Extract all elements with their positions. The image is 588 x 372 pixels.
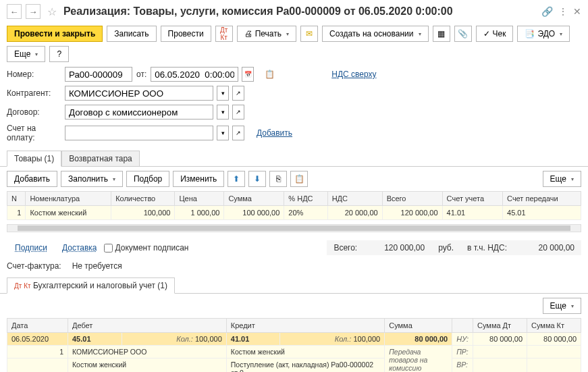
link-icon[interactable]: 🔗	[541, 6, 553, 17]
mode-icon[interactable]: 📋	[265, 70, 275, 79]
calendar-button[interactable]: 📅	[242, 67, 254, 82]
acol-credit[interactable]: Кредит	[226, 319, 384, 333]
print-button[interactable]: 🖨 Печать	[237, 26, 296, 42]
tab-tare[interactable]: Возвратная тара	[61, 151, 140, 167]
col-transfer[interactable]: Счет передачи	[503, 192, 581, 206]
account-dropdown[interactable]: ▾	[217, 126, 229, 140]
dtkt-icon: Дт Кт	[14, 282, 31, 290]
col-quantity[interactable]: Количество	[111, 192, 175, 206]
col-total[interactable]: Всего	[382, 192, 442, 206]
move-down-button[interactable]: ⬇	[248, 171, 266, 187]
col-nomenclature[interactable]: Номенклатура	[26, 192, 111, 206]
email-button[interactable]: ✉	[300, 26, 318, 42]
acol-sumdt[interactable]: Сумма Дт	[473, 319, 527, 333]
dtkt-button[interactable]: ДтКт	[215, 26, 233, 42]
more-button[interactable]: Еще	[7, 46, 45, 62]
contract-dropdown[interactable]: ▾	[217, 105, 229, 119]
acct-more-button[interactable]: Еще	[543, 298, 581, 314]
page-title: Реализация: Товары, услуги, комиссия Ра0…	[63, 5, 537, 18]
contract-open[interactable]: ↗	[232, 105, 244, 119]
copy-button[interactable]: ⎘	[269, 171, 287, 187]
create-based-button[interactable]: Создать на основании	[322, 26, 429, 42]
edo-button[interactable]: 📑 ЭДО	[517, 26, 570, 42]
add-link[interactable]: Добавить	[257, 128, 292, 138]
number-input[interactable]	[65, 67, 132, 82]
col-vat[interactable]: НДС	[327, 192, 382, 206]
row-select-button[interactable]: Подбор	[126, 171, 169, 187]
close-icon[interactable]: ✕	[573, 6, 581, 17]
delivery-link[interactable]: Доставка	[62, 243, 97, 253]
totals-box: Всего: 120 000,00 руб. в т.ч. НДС: 20 00…	[327, 240, 581, 255]
attach-button[interactable]: 📎	[454, 26, 472, 42]
invoice-value: Не требуется	[72, 261, 122, 271]
doc-signed-checkbox[interactable]: Документ подписан	[104, 243, 189, 253]
paste-button[interactable]: 📋	[290, 171, 308, 187]
write-button[interactable]: Записать	[107, 26, 156, 42]
tab-goods[interactable]: Товары (1)	[7, 151, 61, 167]
register-button[interactable]: ▦	[433, 26, 450, 42]
acol-sumkt[interactable]: Сумма Кт	[527, 319, 581, 333]
counterparty-label: Контрагент:	[7, 88, 61, 98]
back-button[interactable]: ←	[7, 4, 22, 19]
table-row[interactable]: 1 Костюм женский 100,000 1 000,00 100 00…	[7, 206, 581, 220]
row-fill-button[interactable]: Заполнить	[61, 171, 123, 187]
number-label: Номер:	[7, 70, 61, 79]
tab-accounting[interactable]: Дт Кт Бухгалтерский и налоговый учет (1)	[7, 277, 175, 294]
col-sum[interactable]: Сумма	[224, 192, 284, 206]
row-add-button[interactable]: Добавить	[7, 171, 57, 187]
accounting-table: Дата Дебет Кредит Сумма Сумма Дт Сумма К…	[7, 318, 581, 372]
counterparty-input[interactable]	[65, 86, 213, 101]
account-label: Счет на оплату:	[7, 124, 61, 142]
horizontal-scrollbar[interactable]	[7, 224, 581, 232]
row-more-button[interactable]: Еще	[543, 171, 581, 187]
check-button[interactable]: ✓ Чек	[476, 26, 514, 42]
from-label: от:	[136, 70, 146, 79]
acct-row[interactable]: 06.05.2020 45.01 Кол.: 100,000 41.01 Кол…	[7, 333, 581, 346]
forward-button[interactable]: →	[26, 4, 41, 19]
more-icon[interactable]: ⋮	[558, 6, 568, 17]
move-up-button[interactable]: ⬆	[228, 171, 245, 187]
col-n[interactable]: N	[7, 192, 26, 206]
contract-label: Договор:	[7, 107, 61, 117]
date-input[interactable]	[151, 67, 238, 82]
account-open[interactable]: ↗	[232, 126, 244, 140]
col-account[interactable]: Счет учета	[442, 192, 502, 206]
counterparty-dropdown[interactable]: ▾	[217, 86, 229, 101]
account-input[interactable]	[65, 126, 213, 140]
col-vatrate[interactable]: % НДС	[284, 192, 327, 206]
acct-subrow: 1 КОМИССИОНЕР ООО Костюм женский Передач…	[7, 346, 581, 358]
vat-link[interactable]: НДС сверху	[331, 70, 376, 79]
counterparty-open[interactable]: ↗	[232, 86, 244, 101]
signatures-link[interactable]: Подписи	[15, 243, 47, 253]
acct-subrow: Костюм женский Поступление (акт, накладн…	[7, 358, 581, 373]
star-icon[interactable]: ☆	[47, 5, 57, 18]
acol-sum[interactable]: Сумма	[385, 319, 452, 333]
row-edit-button[interactable]: Изменить	[173, 171, 224, 187]
acol-date[interactable]: Дата	[7, 319, 68, 333]
post-button[interactable]: Провести	[161, 26, 211, 42]
contract-input[interactable]	[65, 105, 213, 119]
acol-debit[interactable]: Дебет	[68, 319, 227, 333]
help-button[interactable]: ?	[49, 46, 69, 62]
invoice-label: Счет-фактура:	[7, 261, 61, 271]
post-close-button[interactable]: Провести и закрыть	[7, 26, 103, 42]
goods-table: N Номенклатура Количество Цена Сумма % Н…	[7, 191, 581, 220]
col-price[interactable]: Цена	[175, 192, 224, 206]
